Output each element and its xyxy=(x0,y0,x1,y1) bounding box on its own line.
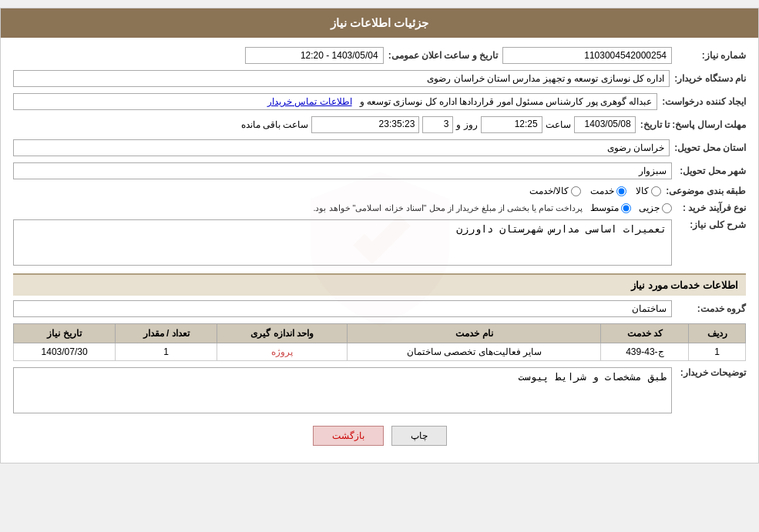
table-cell-row: 1 xyxy=(689,343,746,361)
process-label: نوع فرآیند خرید : xyxy=(677,202,746,213)
buttons-row: چاپ بازگشت xyxy=(13,426,746,446)
city-row: شهر محل تحویل: سبزوار xyxy=(13,162,746,179)
col-unit-header: واحد اندازه گیری xyxy=(217,324,348,343)
process-jozi-label: جزیی xyxy=(639,202,660,213)
cat-kala-item: کالا xyxy=(636,186,661,196)
deadline-time-label: ساعت xyxy=(546,119,571,130)
cat-khadamat-label: خدمت xyxy=(590,186,614,196)
services-section-title: اطلاعات خدمات مورد نیاز xyxy=(13,273,746,296)
table-cell-name: سایر فعالیت‌های تخصصی ساختمان xyxy=(348,343,601,361)
deadline-remain-label: ساعت باقی مانده xyxy=(241,119,309,130)
table-row: 1ج-43-439سایر فعالیت‌های تخصصی ساختمانپر… xyxy=(14,343,746,361)
need-number-value: 1103004542000254 xyxy=(502,47,672,64)
process-jozi-radio[interactable] xyxy=(662,203,672,213)
creator-value: عبداله گوهری پور کارشناس مسئول امور قرار… xyxy=(13,93,657,110)
city-value: سبزوار xyxy=(13,162,672,179)
need-number-label: شماره نیاز: xyxy=(677,50,746,61)
table-cell-code: ج-43-439 xyxy=(601,343,689,361)
buyer-desc-textarea[interactable]: طبق مشخصات و شرایط پیوست xyxy=(13,367,672,413)
category-radio-group: کالا خدمت کالا/خدمت xyxy=(529,186,661,196)
creator-label: ایجاد کننده درخواست: xyxy=(662,96,746,107)
cat-kala-radio[interactable] xyxy=(651,186,661,196)
service-group-row: گروه خدمت: ساختمان xyxy=(13,300,746,317)
buyer-org-value: اداره کل نوسازی توسعه و تجهیز مدارس استا… xyxy=(13,70,670,87)
table-cell-date: 1403/07/30 xyxy=(14,343,116,361)
col-date-header: تاریخ نیاز xyxy=(14,324,116,343)
deadline-day-label: روز و xyxy=(456,119,477,130)
service-group-value: ساختمان xyxy=(13,300,672,317)
service-group-label: گروه خدمت: xyxy=(677,303,746,314)
table-cell-unit: پروژه xyxy=(217,343,348,361)
creator-contact-link[interactable]: اطلاعات تماس خریدار xyxy=(267,96,352,107)
process-motavaset-label: متوسط xyxy=(590,202,619,213)
cat-kala-khadamat-item: کالا/خدمت xyxy=(529,186,581,196)
content-area: شماره نیاز: 1103004542000254 تاریخ و ساع… xyxy=(1,38,758,463)
process-row: نوع فرآیند خرید : جزیی متوسط پرداخت تمام… xyxy=(13,202,746,213)
col-code-header: کد خدمت xyxy=(601,324,689,343)
announce-date-label: تاریخ و ساعت اعلان عمومی: xyxy=(388,50,498,61)
need-desc-label: شرح کلی نیاز: xyxy=(677,219,746,230)
col-row-header: ردیف xyxy=(689,324,746,343)
table-cell-count: 1 xyxy=(116,343,217,361)
deadline-row: مهلت ارسال پاسخ: تا تاریخ: 1403/05/08 سا… xyxy=(13,116,746,133)
process-jozi-item: جزیی xyxy=(639,202,672,213)
main-container: جزئیات اطلاعات نیاز شماره نیاز: 11030045… xyxy=(0,8,759,463)
province-label: استان محل تحویل: xyxy=(674,142,746,153)
deadline-time-row: 1403/05/08 ساعت 12:25 روز و 3 23:35:23 س… xyxy=(13,116,636,133)
page-title: جزئیات اطلاعات نیاز xyxy=(1,8,758,38)
process-note: پرداخت تمام یا بخشی از مبلغ خریدار از مح… xyxy=(313,203,583,213)
print-button[interactable]: چاپ xyxy=(391,426,447,446)
buyer-org-row: نام دستگاه خریدار: اداره کل نوسازی توسعه… xyxy=(13,70,746,87)
category-row: طبقه بندی موضوعی: کالا خدمت کالا/خدمت xyxy=(13,186,746,196)
category-label: طبقه بندی موضوعی: xyxy=(666,186,746,196)
need-number-row: شماره نیاز: 1103004542000254 تاریخ و ساع… xyxy=(13,47,746,64)
services-table-container: ردیف کد خدمت نام خدمت واحد اندازه گیری ت… xyxy=(13,323,746,361)
cat-kala-label: کالا xyxy=(636,186,649,196)
cat-kala-khadamat-radio[interactable] xyxy=(571,186,581,196)
back-button[interactable]: بازگشت xyxy=(313,426,384,446)
process-motavaset-radio[interactable] xyxy=(621,203,631,213)
need-desc-textarea[interactable]: تعمیرات اساسی مدارس شهرستان داورزن xyxy=(13,219,672,266)
services-table: ردیف کد خدمت نام خدمت واحد اندازه گیری ت… xyxy=(13,323,746,361)
announce-date-value: 1403/05/04 - 12:20 xyxy=(245,47,384,64)
process-motavaset-item: متوسط xyxy=(590,202,631,213)
process-type-group: جزیی متوسط پرداخت تمام یا بخشی از مبلغ خ… xyxy=(313,202,672,213)
deadline-days: 3 xyxy=(422,116,453,133)
col-count-header: تعداد / مقدار xyxy=(116,324,217,343)
cat-kala-khadamat-label: کالا/خدمت xyxy=(529,186,569,196)
buyer-desc-row: توضیحات خریدار: طبق مشخصات و شرایط پیوست xyxy=(13,367,746,413)
province-value: خراسان رضوی xyxy=(13,139,670,156)
cat-khadamat-item: خدمت xyxy=(590,186,626,196)
need-desc-row: شرح کلی نیاز: تعمیرات اساسی مدارس شهرستا… xyxy=(13,219,746,266)
city-label: شهر محل تحویل: xyxy=(677,166,746,176)
deadline-date: 1403/05/08 xyxy=(574,116,636,133)
buyer-desc-label: توضیحات خریدار: xyxy=(677,367,746,378)
cat-khadamat-radio[interactable] xyxy=(616,186,626,196)
buyer-org-label: نام دستگاه خریدار: xyxy=(674,73,746,84)
creator-row: ایجاد کننده درخواست: عبداله گوهری پور کا… xyxy=(13,93,746,110)
deadline-label: مهلت ارسال پاسخ: تا تاریخ: xyxy=(640,119,746,130)
col-name-header: نام خدمت xyxy=(348,324,601,343)
deadline-remain: 23:35:23 xyxy=(311,116,419,133)
province-row: استان محل تحویل: خراسان رضوی xyxy=(13,139,746,156)
deadline-time: 12:25 xyxy=(481,116,542,133)
